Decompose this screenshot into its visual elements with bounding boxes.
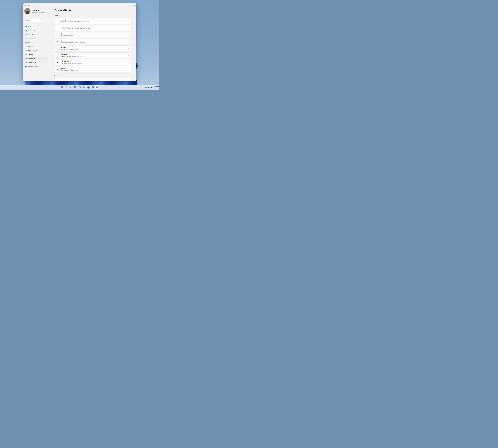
window-title: Settings xyxy=(31,4,35,6)
chevron-right-icon xyxy=(128,41,129,42)
file-explorer-icon xyxy=(83,86,85,88)
chevron-right-icon xyxy=(128,62,129,63)
close-button[interactable] xyxy=(132,3,136,7)
sidebar-item-gaming[interactable]: Gaming xyxy=(24,53,48,56)
selected-indicator xyxy=(24,58,24,59)
sidebar-nav: System Bluetooth & devices Network & int… xyxy=(24,25,48,69)
sidebar-item-bluetooth-devices[interactable]: Bluetooth & devices xyxy=(24,29,48,32)
taskbar: 11:11 AM 6/24/2021 xyxy=(0,85,159,90)
start-button[interactable] xyxy=(60,85,64,89)
edge-icon xyxy=(87,86,90,89)
text-size-icon: AA xyxy=(56,20,59,22)
sidebar-item-accessibility[interactable]: Accessibility xyxy=(24,57,48,60)
search-box[interactable] xyxy=(25,19,48,22)
back-arrow-icon xyxy=(25,4,26,6)
network-icon xyxy=(25,34,27,36)
mouse-pointer-icon xyxy=(56,34,59,36)
taskbar-search-button[interactable] xyxy=(65,85,68,89)
card-mouse-pointer-touch[interactable]: Mouse pointer and touchMouse pointer col… xyxy=(54,32,131,38)
chevron-right-icon xyxy=(128,34,129,35)
main-content: Accessibility Vision AA Text sizeText si… xyxy=(54,7,131,81)
sidebar-item-system[interactable]: System xyxy=(24,25,48,29)
card-narrator[interactable]: NarratorVoice, verbosity, keyboard, brai… xyxy=(54,66,131,72)
windows-update-icon xyxy=(25,66,27,67)
card-visual-effects[interactable]: Visual effectsScroll bars, transparency,… xyxy=(54,25,131,31)
contrast-themes-icon: ◐ xyxy=(56,61,59,63)
card-magnifier[interactable]: MagnifierMagnifier reading, zoom increme… xyxy=(54,46,131,51)
chevron-right-icon xyxy=(128,48,129,49)
edge-button[interactable] xyxy=(86,85,90,89)
task-view-icon xyxy=(70,86,72,88)
profile-name: Zac Mendez xyxy=(32,10,45,11)
close-icon xyxy=(134,5,135,6)
sidebar-item-personalization[interactable]: Personalization xyxy=(24,37,48,41)
security-icon xyxy=(25,62,27,64)
accounts-icon xyxy=(25,46,27,48)
chevron-right-icon xyxy=(128,69,129,70)
sidebar-item-network-internet[interactable]: Network & internet xyxy=(24,33,48,36)
taskbar-center-icons xyxy=(60,85,99,89)
page-title: Accessibility xyxy=(54,9,131,12)
system-tray: 11:11 AM 6/24/2021 xyxy=(142,85,159,90)
clock[interactable]: 11:11 AM 6/24/2021 xyxy=(154,86,159,89)
sidebar-item-time-language[interactable]: Time & language xyxy=(24,49,48,52)
sidebar-item-windows-update[interactable]: Windows Update xyxy=(24,65,48,68)
sidebar-item-apps[interactable]: Apps xyxy=(24,41,48,45)
store-icon xyxy=(92,86,94,88)
card-partial[interactable] xyxy=(54,78,131,81)
user-profile[interactable]: Zac Mendez zacmendez@outlook.com xyxy=(24,8,45,14)
search-taskbar-icon xyxy=(66,86,68,89)
maximize-icon xyxy=(129,5,130,6)
tray-expand-button[interactable] xyxy=(142,87,143,88)
magnifier-icon xyxy=(56,48,59,49)
text-cursor-icon: |Ab xyxy=(56,41,59,42)
chat-button[interactable] xyxy=(78,85,82,89)
file-explorer-button[interactable] xyxy=(82,85,86,89)
settings-taskbar-button[interactable] xyxy=(95,85,99,89)
maximize-button[interactable] xyxy=(127,3,132,7)
chevron-up-icon xyxy=(142,87,143,88)
settings-gear-icon xyxy=(96,86,99,89)
desktop-wallpaper: Settings Zac Mendez zacm xyxy=(0,0,159,90)
profile-email: zacmendez@outlook.com xyxy=(32,12,45,13)
time-language-icon xyxy=(25,50,27,52)
section-vision: Vision xyxy=(54,15,131,16)
store-button[interactable] xyxy=(91,85,95,89)
chevron-right-icon xyxy=(128,55,129,56)
battery-icon xyxy=(151,87,152,88)
task-view-button[interactable] xyxy=(69,85,73,89)
settings-window: Settings Zac Mendez zacm xyxy=(23,3,136,81)
settings-app-icon xyxy=(28,4,30,6)
back-button[interactable] xyxy=(24,4,27,6)
sidebar-item-security-privacy[interactable]: Security & privacy xyxy=(24,61,48,64)
gaming-icon xyxy=(25,54,27,56)
card-text-cursor[interactable]: |Ab Text cursorAppearance and thickness,… xyxy=(54,39,131,45)
narrator-icon xyxy=(56,68,59,70)
visual-effects-icon xyxy=(56,27,59,29)
minimize-icon xyxy=(125,5,126,5)
sidebar: Zac Mendez zacmendez@outlook.com System xyxy=(23,7,49,81)
sidebar-item-accounts[interactable]: Accounts xyxy=(24,45,48,48)
card-color-filters[interactable]: Color filtersColorblindness filters, gra… xyxy=(54,52,131,58)
system-icon xyxy=(25,26,27,28)
chat-icon xyxy=(79,86,81,88)
quick-settings[interactable] xyxy=(145,87,152,88)
section-hearing: Hearing xyxy=(54,75,131,77)
card-text-size[interactable]: AA Text sizeText size that appears throu… xyxy=(54,18,131,24)
tray-time: 11:11 AM xyxy=(154,86,159,87)
volume-icon xyxy=(148,87,149,88)
window-controls xyxy=(123,3,136,7)
search-input[interactable] xyxy=(25,20,45,21)
bluetooth-icon xyxy=(25,30,27,32)
accessibility-icon xyxy=(25,58,27,60)
start-icon xyxy=(61,86,63,88)
minimize-button[interactable] xyxy=(123,3,127,7)
tray-date: 6/24/2021 xyxy=(154,87,159,89)
wifi-icon xyxy=(145,87,147,88)
avatar xyxy=(24,8,30,14)
card-contrast-themes[interactable]: ◐ Contrast themesColor themes for low vi… xyxy=(54,59,131,65)
titlebar: Settings xyxy=(23,3,136,7)
search-icon xyxy=(45,20,47,21)
widgets-button[interactable] xyxy=(73,85,77,89)
screen: Settings Zac Mendez zacm xyxy=(0,0,159,90)
